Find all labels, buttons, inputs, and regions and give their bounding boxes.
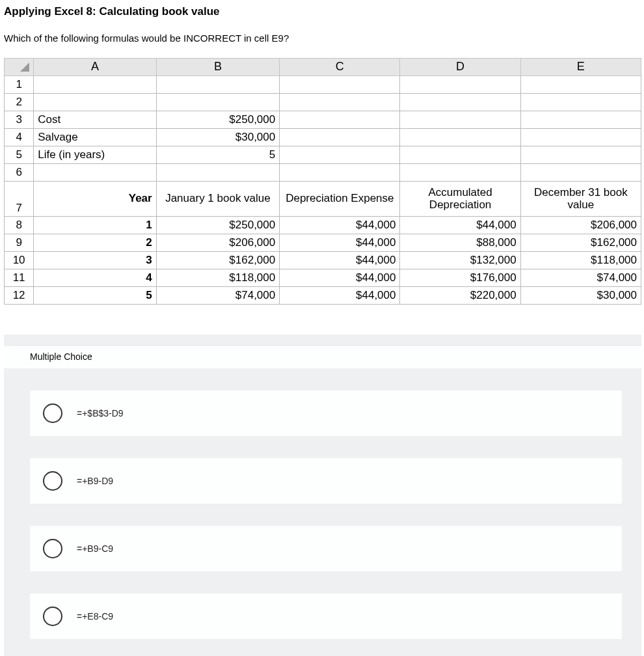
- cell-header-jan1[interactable]: January 1 book value: [156, 182, 280, 217]
- row-header[interactable]: 1: [5, 76, 34, 94]
- cell[interactable]: [34, 164, 156, 182]
- row-header[interactable]: 2: [5, 94, 34, 111]
- cell-year[interactable]: 5: [34, 287, 156, 305]
- cell[interactable]: [400, 164, 520, 182]
- cell[interactable]: [34, 94, 156, 111]
- cell[interactable]: [280, 76, 400, 94]
- row-header[interactable]: 7: [5, 182, 34, 217]
- choice-option[interactable]: =+B9-C9: [30, 526, 622, 571]
- choice-option[interactable]: =+$B$3-D9: [30, 390, 622, 436]
- cell-acc[interactable]: $176,000: [400, 269, 520, 287]
- cell-cost-value[interactable]: $250,000: [156, 111, 280, 129]
- cell-acc[interactable]: $88,000: [400, 234, 520, 252]
- cell-year[interactable]: 2: [34, 234, 156, 252]
- select-all-icon: [20, 62, 29, 72]
- cell-life-label[interactable]: Life (in years): [34, 146, 156, 164]
- cell-dep[interactable]: $44,000: [280, 217, 400, 234]
- cell-jan1[interactable]: $118,000: [156, 269, 280, 287]
- cell[interactable]: [156, 164, 280, 182]
- cell[interactable]: [520, 129, 641, 146]
- cell[interactable]: [156, 94, 280, 111]
- cell[interactable]: [400, 94, 520, 111]
- choice-label: =+B9-D9: [77, 476, 113, 486]
- row-header[interactable]: 5: [5, 146, 34, 164]
- mc-title: Multiple Choice: [4, 346, 641, 368]
- choice-option[interactable]: =+E8-C9: [30, 594, 622, 639]
- cell-dec31[interactable]: $118,000: [520, 252, 641, 269]
- row-header[interactable]: 3: [5, 111, 34, 129]
- cell-acc[interactable]: $220,000: [400, 287, 520, 305]
- cell-dec31[interactable]: $74,000: [520, 269, 641, 287]
- cell[interactable]: [400, 129, 520, 146]
- choice-label: =+B9-C9: [77, 543, 113, 554]
- cell-salvage-label[interactable]: Salvage: [34, 129, 156, 146]
- cell[interactable]: [520, 146, 641, 164]
- cell-jan1[interactable]: $250,000: [156, 217, 280, 234]
- cell-header-acc[interactable]: Accumulated Depreciation: [400, 182, 520, 217]
- cell-cost-label[interactable]: Cost: [34, 111, 156, 129]
- spreadsheet: A B C D E 1 2 3 Cost $250,000: [4, 58, 641, 305]
- col-header-a[interactable]: A: [34, 59, 156, 76]
- row-header[interactable]: 10: [5, 252, 34, 269]
- cell-header-dep[interactable]: Depreciation Expense: [280, 182, 400, 217]
- cell-year[interactable]: 1: [34, 217, 156, 234]
- cell-dep[interactable]: $44,000: [280, 287, 400, 305]
- cell-dep[interactable]: $44,000: [280, 252, 400, 269]
- choice-label: =+E8-C9: [77, 611, 113, 622]
- cell[interactable]: [520, 111, 641, 129]
- cell-acc[interactable]: $132,000: [400, 252, 520, 269]
- row-header[interactable]: 6: [5, 164, 34, 182]
- multiple-choice-panel: Multiple Choice =+$B$3-D9 =+B9-D9 =+B9-C…: [4, 335, 641, 656]
- cell[interactable]: [34, 76, 156, 94]
- col-header-b[interactable]: B: [156, 59, 280, 76]
- cell-dec31[interactable]: $206,000: [520, 217, 641, 234]
- cell-jan1[interactable]: $162,000: [156, 252, 280, 269]
- cell-dep[interactable]: $44,000: [280, 234, 400, 252]
- choice-label: =+$B$3-D9: [77, 408, 124, 418]
- choice-option[interactable]: =+B9-D9: [30, 458, 622, 504]
- radio-icon[interactable]: [43, 403, 62, 423]
- cell-salvage-value[interactable]: $30,000: [156, 129, 280, 146]
- cell[interactable]: [520, 164, 641, 182]
- col-header-c[interactable]: C: [280, 59, 400, 76]
- col-header-e[interactable]: E: [520, 59, 641, 76]
- cell-jan1[interactable]: $206,000: [156, 234, 280, 252]
- cell-header-dec31[interactable]: December 31 book value: [520, 182, 641, 217]
- cell[interactable]: [400, 146, 520, 164]
- column-header-row: A B C D E: [5, 59, 641, 76]
- cell[interactable]: [156, 76, 280, 94]
- cell-dec31[interactable]: $30,000: [520, 287, 641, 305]
- row-header[interactable]: 9: [5, 234, 34, 252]
- cell-acc[interactable]: $44,000: [400, 217, 520, 234]
- cell-life-value[interactable]: 5: [156, 146, 280, 164]
- question-text: Which of the following formulas would be…: [4, 33, 640, 44]
- cell[interactable]: [520, 76, 641, 94]
- row-header[interactable]: 8: [5, 217, 34, 234]
- row-header[interactable]: 4: [5, 129, 34, 146]
- row-header[interactable]: 12: [5, 287, 34, 305]
- cell-dec31[interactable]: $162,000: [520, 234, 641, 252]
- cell-year[interactable]: 4: [34, 269, 156, 287]
- radio-icon[interactable]: [43, 471, 62, 491]
- cell[interactable]: [520, 94, 641, 111]
- radio-icon[interactable]: [43, 607, 62, 626]
- cell[interactable]: [400, 76, 520, 94]
- cell[interactable]: [280, 164, 400, 182]
- cell[interactable]: [280, 129, 400, 146]
- cell[interactable]: [280, 111, 400, 129]
- select-all-corner[interactable]: [5, 59, 34, 76]
- col-header-d[interactable]: D: [400, 59, 520, 76]
- cell-jan1[interactable]: $74,000: [156, 287, 280, 305]
- cell[interactable]: [280, 146, 400, 164]
- radio-icon[interactable]: [43, 539, 62, 558]
- cell-year[interactable]: 3: [34, 252, 156, 269]
- cell-header-year[interactable]: Year: [34, 182, 156, 217]
- cell[interactable]: [280, 94, 400, 111]
- cell-dep[interactable]: $44,000: [280, 269, 400, 287]
- row-header[interactable]: 11: [5, 269, 34, 287]
- cell[interactable]: [400, 111, 520, 129]
- page-title: Applying Excel 8: Calculating book value: [4, 5, 640, 18]
